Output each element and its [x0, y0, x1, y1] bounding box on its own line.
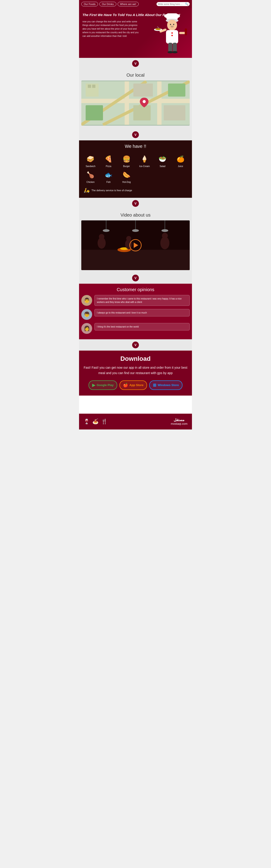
opinion-item-3: 👩 I thing it's the best restaurant on th… — [81, 323, 190, 334]
avatar-1: 👨 — [81, 295, 92, 306]
app-store-label: App Store — [129, 383, 143, 387]
footer-logo-sub: mostaqi.com — [171, 422, 188, 426]
chef-illustration — [154, 9, 191, 57]
google-play-icon: ▶ — [92, 383, 95, 388]
juice-label: Juice — [178, 165, 183, 167]
food-item-salad: 🥗 Salad — [155, 154, 171, 167]
our-local-title: Our local — [81, 72, 190, 78]
food-item-sandwich: 🥪 Sandwich — [82, 154, 99, 167]
juice-icon: 🍊 — [175, 154, 186, 164]
sandwich-icon: 🥪 — [85, 154, 96, 164]
hotdog-label: Hot-Dog — [123, 181, 131, 183]
svg-point-15 — [172, 51, 177, 53]
svg-point-3 — [167, 20, 177, 31]
video-thumbnail[interactable] — [81, 220, 190, 270]
map-illustration — [81, 81, 190, 126]
food-grid-row2: 🍗 Chicken 🐟 Fish 🌭 Hot-Dog — [81, 170, 190, 186]
icecream-icon: 🍦 — [139, 154, 150, 164]
footer-logo-arabic: مستقل — [171, 418, 188, 422]
hotdog-icon: 🌭 — [121, 170, 132, 180]
play-button[interactable] — [129, 239, 142, 251]
opinion-text-3: I thing it's the best restaurant on the … — [94, 323, 190, 331]
svg-rect-28 — [133, 105, 150, 121]
hero-section: The First We Have To Told You A Little A… — [79, 8, 192, 58]
svg-rect-20 — [125, 81, 129, 125]
footer-logo: مستقل mostaqi.com — [171, 418, 188, 426]
apple-icon: 🍎 — [123, 383, 128, 388]
delivery-icon: 🛵 — [83, 187, 90, 193]
svg-rect-13 — [173, 43, 177, 52]
pizza-icon: 🍕 — [103, 154, 114, 164]
download-title: Download — [82, 355, 189, 362]
google-play-button[interactable]: ▶ Google Play — [89, 380, 117, 390]
nav-our-foods[interactable]: Our Foods — [81, 2, 98, 6]
v-badge-5: V — [132, 342, 139, 348]
our-local-section: Our local — [79, 69, 192, 129]
nav-where-are-we[interactable]: Where are we! — [118, 2, 139, 6]
svg-point-33 — [143, 100, 146, 103]
svg-rect-19 — [81, 99, 190, 103]
opinion-item-2: 👦 I always go to this restaurant and i l… — [81, 309, 190, 320]
divider-3: V — [79, 198, 192, 209]
svg-rect-12 — [168, 43, 172, 52]
download-section: Download Fast! Fast! you can get now our… — [79, 350, 192, 396]
svg-point-45 — [99, 234, 104, 239]
fish-label: Fish — [106, 181, 111, 183]
google-play-label: Google Play — [97, 383, 113, 387]
opinions-title: Customer opinions — [81, 287, 190, 292]
svg-rect-29 — [164, 105, 185, 121]
search-icon[interactable]: 🔍 — [185, 2, 188, 6]
svg-point-37 — [103, 229, 109, 232]
app-store-button[interactable]: 🍎 App Store — [120, 380, 147, 390]
windows-store-button[interactable]: ⊞ Windows Store — [149, 380, 182, 390]
svg-rect-26 — [92, 85, 95, 88]
svg-rect-25 — [88, 85, 91, 88]
svg-point-6 — [171, 35, 173, 36]
svg-point-5 — [171, 32, 173, 34]
search-input[interactable] — [158, 3, 185, 5]
we-have-section: We have !! 🥪 Sandwich 🍕 Pizza 🍔 Burger 🍦… — [79, 141, 192, 198]
play-triangle-icon — [134, 243, 138, 248]
food-item-chicken: 🍗 Chicken — [82, 170, 99, 183]
svg-rect-10 — [179, 32, 185, 34]
windows-icon: ⊞ — [153, 383, 156, 388]
opinions-section: Customer opinions 👨 I remember the first… — [79, 284, 192, 339]
svg-rect-27 — [133, 84, 153, 97]
video-section: Video about us — [79, 209, 192, 272]
svg-rect-4 — [166, 30, 178, 43]
food-item-fish: 🐟 Fish — [101, 170, 117, 183]
wine-glass-icon: 🍷 — [83, 418, 90, 425]
sandwich-label: Sandwich — [86, 165, 95, 167]
footer: 🍷 🍝 🍴 مستقل mostaqi.com — [79, 414, 192, 430]
chicken-label: Chicken — [87, 181, 95, 183]
avatar-3: 👩 — [81, 323, 92, 334]
v-badge-4: V — [132, 275, 139, 281]
burger-label: Burger — [123, 165, 130, 167]
hero-body: now you can change this text with your a… — [82, 20, 141, 38]
map-container — [81, 81, 190, 126]
svg-rect-21 — [157, 81, 162, 125]
we-have-title: We have !! — [81, 144, 190, 149]
svg-point-47 — [126, 236, 131, 241]
download-text: Fast! Fast! you can get now our app in a… — [82, 365, 189, 376]
food-item-juice: 🍊 Juice — [172, 154, 189, 167]
svg-rect-35 — [81, 250, 190, 270]
salad-label: Salad — [160, 165, 166, 167]
svg-point-9 — [156, 28, 161, 30]
v-badge-2: V — [132, 131, 139, 138]
svg-rect-11 — [185, 29, 187, 35]
search-bar: 🔍 — [157, 2, 190, 6]
divider-4: V — [79, 272, 192, 284]
navigation: Our Foods Our Drinks Where are we! 🔍 — [79, 0, 192, 8]
food-grid-row1: 🥪 Sandwich 🍕 Pizza 🍔 Burger 🍦 Ice-Cream … — [81, 152, 190, 170]
video-title: Video about us — [81, 213, 190, 218]
nav-our-drinks[interactable]: Our Drinks — [99, 2, 116, 6]
icecream-label: Ice-Cream — [139, 165, 150, 167]
delivery-text: The delivery service is free of charge — [92, 189, 132, 192]
opinion-text-2: I always go to this restaurant and i lov… — [94, 309, 190, 316]
store-buttons: ▶ Google Play 🍎 App Store ⊞ Windows Stor… — [82, 380, 189, 390]
v-badge-3: V — [132, 200, 139, 207]
chicken-icon: 🍗 — [85, 170, 96, 180]
footer-icons: 🍷 🍝 🍴 — [83, 418, 107, 425]
svg-point-16 — [170, 24, 171, 25]
